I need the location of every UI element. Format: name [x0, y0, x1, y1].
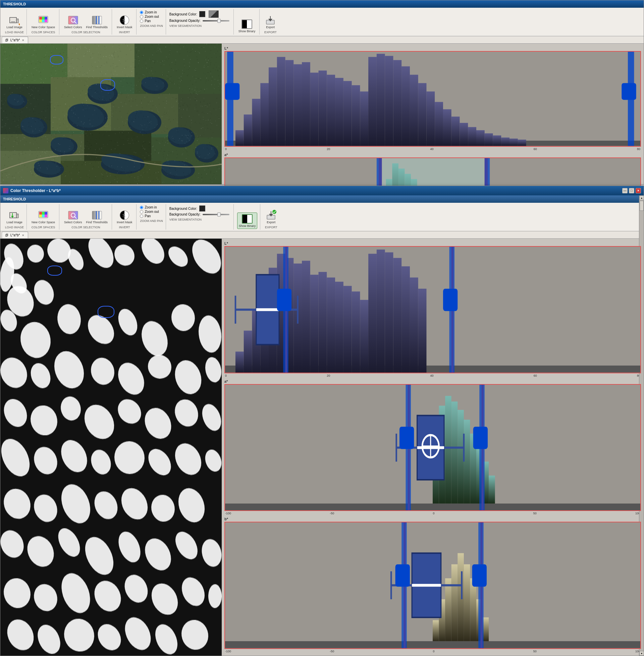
bottom-new-color-space-label: New Color Space — [31, 221, 55, 224]
bottom-toolbar: Load Image LOAD IMAGE — [0, 203, 644, 231]
zoom-in-label: Zoom in — [144, 10, 157, 14]
bottom-toolbar-group-label-colorspace: COLOR SPACES — [31, 225, 55, 229]
bottom-hist-b-svg — [225, 522, 640, 648]
top-histogram-panel: L* — [222, 44, 644, 184]
svg-rect-146 — [360, 300, 368, 372]
bottom-toolbar-group-showbinary: Show Binary — [234, 204, 261, 229]
bottom-hist-L-chart[interactable] — [224, 246, 641, 373]
export-button[interactable]: Export — [263, 14, 277, 30]
opacity-slider[interactable] — [203, 20, 229, 21]
zoom-in-radio[interactable] — [140, 11, 143, 14]
pan-radio[interactable] — [140, 20, 143, 23]
bottom-pan-option[interactable]: Pan — [140, 214, 163, 218]
bottom-new-color-space-button[interactable]: New Color Space — [30, 209, 56, 225]
bottom-select-colors-label: Select Colors — [64, 221, 82, 224]
find-thresholds-label: Find Thresholds — [86, 25, 108, 29]
bottom-load-image-button[interactable]: Load Image — [5, 209, 24, 225]
bottom-toolbar-group-label-export: EXPORT — [265, 225, 277, 229]
svg-rect-24 — [235, 130, 244, 146]
bottom-toolbar-group-viewseg: Background Color: Background Opacity: VI… — [167, 204, 234, 229]
invert-mask-button[interactable]: S Invert Mask — [115, 14, 134, 30]
scroll-up-arrow[interactable]: ▲ — [639, 195, 644, 200]
svg-rect-30 — [285, 60, 294, 146]
toolbar-group-label-colorspace: COLOR SPACES — [31, 30, 55, 34]
lab-tab-bottom[interactable]: 🗐 L*a*b* ✕ — [2, 232, 28, 238]
svg-rect-192 — [225, 641, 640, 648]
svg-rect-195 — [445, 578, 452, 641]
close-button[interactable]: ✕ — [636, 188, 641, 193]
svg-rect-211 — [395, 564, 410, 587]
tab-close-bottom[interactable]: ✕ — [22, 234, 24, 237]
bottom-bg-color-swatch[interactable] — [199, 205, 205, 212]
toolbar-group-load: ▼ Load Image LOAD IMAGE — [2, 9, 27, 35]
svg-rect-55 — [493, 135, 502, 146]
show-binary-button[interactable]: Show Binary — [237, 18, 257, 34]
toolbar-group-label-export: EXPORT — [264, 30, 277, 34]
zoom-out-option[interactable]: Zoom out — [140, 15, 163, 19]
bottom-select-colors-button[interactable]: Select Colors — [63, 209, 84, 225]
annotation-lake-top-1 — [50, 55, 63, 64]
bottom-toolbar-group-label-colorsel: COLOR SELECTION — [71, 225, 100, 229]
bottom-show-binary-button[interactable]: Show Binary — [237, 213, 258, 229]
bottom-zoom-in-radio[interactable] — [140, 206, 143, 209]
matlab-icon — [3, 188, 8, 193]
svg-rect-28 — [269, 67, 277, 146]
bottom-hist-b-chart[interactable] — [224, 522, 641, 649]
zoom-out-radio[interactable] — [140, 15, 143, 19]
bottom-hist-L-label: L* — [224, 241, 641, 245]
find-thresholds-button[interactable]: Find Thresholds — [85, 14, 109, 30]
svg-rect-143 — [335, 282, 343, 373]
bottom-opacity-thumb[interactable] — [217, 213, 221, 217]
svg-rect-165 — [443, 289, 458, 311]
select-colors-icon — [68, 15, 78, 25]
minimize-button[interactable]: — — [622, 188, 627, 193]
bg-opacity-row: Background Opacity: — [169, 19, 231, 22]
svg-rect-148 — [377, 249, 385, 372]
svg-rect-57 — [509, 139, 518, 146]
load-image-button[interactable]: ▼ Load Image — [5, 14, 24, 30]
bottom-opacity-slider[interactable] — [203, 214, 229, 215]
bottom-zoom-out-radio[interactable] — [140, 210, 143, 214]
tab-close-top[interactable]: ✕ — [22, 39, 24, 42]
bottom-zoom-in-option[interactable]: Zoom in — [140, 205, 163, 209]
pan-option[interactable]: Pan — [140, 19, 163, 23]
bottom-toolbar-group-label-invert: INVERT — [119, 225, 130, 229]
bg-color-swatch[interactable] — [199, 11, 205, 17]
svg-rect-48 — [435, 102, 443, 146]
scroll-down-arrow[interactable]: ▼ — [639, 651, 644, 656]
svg-rect-170 — [452, 401, 458, 504]
bottom-export-button[interactable]: Export — [264, 209, 278, 225]
toolbar-group-label-colorsel: COLOR SELECTION — [71, 30, 100, 34]
zoom-in-option[interactable]: Zoom in — [140, 10, 163, 14]
svg-rect-166 — [225, 504, 640, 511]
select-colors-button[interactable]: Select Colors — [63, 14, 84, 30]
toolbar-group-invert: S Invert Mask INVERT — [113, 9, 137, 35]
svg-rect-25 — [244, 114, 252, 146]
toolbar-buttons-colorspace: New Color Space — [30, 14, 56, 30]
svg-rect-11 — [45, 20, 47, 22]
svg-rect-153 — [418, 289, 427, 373]
bottom-hist-a-chart[interactable] — [224, 384, 641, 511]
new-color-space-button[interactable]: New Color Space — [30, 14, 56, 30]
bottom-pan-radio[interactable] — [140, 215, 143, 218]
svg-rect-54 — [485, 133, 493, 146]
bottom-invert-mask-button[interactable]: S Invert Mask — [115, 209, 134, 225]
maximize-button[interactable]: □ — [629, 188, 634, 193]
svg-rect-114 — [45, 212, 47, 215]
svg-rect-8 — [45, 17, 47, 20]
lab-tab-top[interactable]: 🗐 L*a*b* ✕ — [2, 37, 28, 43]
bottom-toolbar-group-load: Load Image LOAD IMAGE — [2, 204, 27, 229]
bottom-zoom-out-option[interactable]: Zoom out — [140, 210, 163, 214]
bottom-find-thresholds-button[interactable]: Find Thresholds — [85, 209, 109, 225]
scroll-thumb[interactable] — [640, 201, 644, 211]
svg-rect-27 — [260, 83, 269, 146]
bottom-load-image-label: Load Image — [6, 221, 22, 224]
top-hist-L-label: L* — [224, 46, 641, 50]
window-title-left: Color Thresholder - L*a*b* — [3, 188, 61, 193]
annotation-binary-1 — [47, 266, 62, 276]
colorspace-icon — [38, 15, 49, 25]
top-hist-L-chart[interactable] — [224, 51, 641, 147]
bg-opacity-label: Background Opacity: — [169, 19, 201, 22]
opacity-thumb[interactable] — [217, 19, 221, 23]
bottom-hist-a-svg — [225, 385, 640, 511]
